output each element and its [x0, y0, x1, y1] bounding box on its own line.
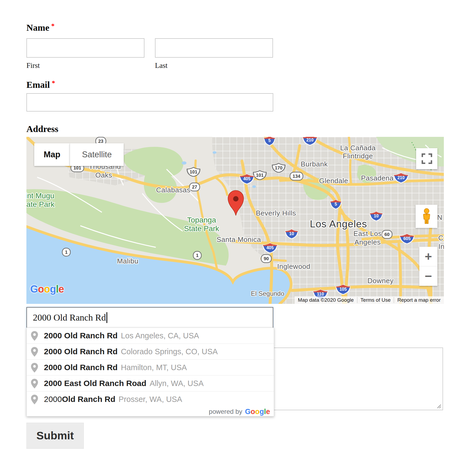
place-pin-icon [31, 331, 38, 341]
svg-text:1: 1 [196, 253, 198, 258]
last-name-input[interactable] [155, 38, 273, 58]
svg-text:State Park: State Park [184, 224, 220, 233]
svg-text:170: 170 [275, 165, 282, 171]
svg-text:5: 5 [268, 138, 271, 143]
address-input-value: 2000 Old Ranch Rd [33, 312, 106, 323]
pegman-control[interactable] [416, 205, 437, 228]
svg-text:60: 60 [385, 232, 390, 237]
svg-text:ate Park: ate Park [26, 200, 55, 209]
svg-text:101: 101 [190, 169, 197, 175]
place-pin-icon [31, 363, 38, 373]
place-pin-icon [31, 395, 38, 404]
comments-textarea[interactable] [272, 348, 443, 410]
required-asterisk: * [51, 22, 55, 30]
google-maps-logo[interactable]: Google [30, 283, 64, 295]
google-logo: Google [245, 408, 270, 416]
email-label: Email* [26, 80, 55, 90]
name-label: Name* [26, 23, 54, 33]
svg-text:105: 105 [340, 287, 347, 291]
svg-text:N: N [437, 213, 442, 221]
powered-by-google: powered by Google [27, 407, 274, 416]
place-pin-icon [31, 379, 38, 388]
svg-text:134: 134 [293, 174, 300, 179]
autocomplete-suggestion[interactable]: 2000 Old Ranch RdProsser, WA, USA [27, 391, 274, 407]
svg-text:605: 605 [403, 236, 411, 241]
map-data-text: Map data ©2020 Google [295, 297, 357, 303]
svg-text:405: 405 [243, 176, 251, 181]
autocomplete-suggestion[interactable]: 2000 East Old Ranch RoadAllyn, WA, USA [27, 375, 274, 391]
first-name-sublabel: First [26, 61, 40, 70]
zoom-control: + − [419, 247, 437, 286]
address-label: Address [26, 124, 58, 134]
map-type-button-map[interactable]: Map [34, 143, 70, 166]
svg-text:10: 10 [289, 231, 294, 236]
svg-text:Malibu: Malibu [117, 257, 139, 265]
svg-text:East Los: East Los [353, 230, 382, 238]
autocomplete-suggestion[interactable]: 2000 Old Ranch RdColorado Springs, CO, U… [27, 343, 274, 359]
svg-text:405: 405 [267, 245, 274, 250]
last-name-sublabel: Last [155, 61, 168, 70]
svg-text:Burbank: Burbank [301, 160, 328, 168]
zoom-in-button[interactable]: + [419, 247, 437, 266]
map-type-button-satellite[interactable]: Satellite [70, 143, 124, 166]
svg-text:27: 27 [192, 185, 197, 190]
map-lake [252, 185, 256, 188]
svg-text:In: In [438, 242, 444, 251]
svg-text:101: 101 [256, 173, 264, 178]
map-lake [213, 151, 216, 154]
svg-text:Inglewood: Inglewood [277, 262, 310, 270]
autocomplete-dropdown: 2000 Old Ranch RdLos Angeles, CA, USA 20… [26, 328, 274, 416]
svg-text:Calabasas: Calabasas [156, 186, 190, 194]
svg-text:Beverly Hills: Beverly Hills [256, 209, 296, 217]
svg-text:Flintridge: Flintridge [343, 152, 373, 160]
zoom-out-button[interactable]: − [419, 266, 437, 286]
svg-text:10: 10 [374, 214, 379, 218]
fullscreen-button[interactable] [416, 148, 437, 169]
pegman-icon [420, 208, 433, 225]
svg-text:110: 110 [317, 292, 324, 296]
map-attribution: Map data ©2020 Google Terms of Use Repor… [295, 296, 444, 304]
svg-text:Pasadena: Pasadena [361, 174, 393, 182]
svg-text:210: 210 [398, 175, 405, 180]
svg-text:Angeles: Angeles [354, 238, 381, 246]
svg-text:90: 90 [264, 256, 269, 261]
fullscreen-icon [421, 152, 433, 165]
svg-text:La Cañada: La Cañada [340, 144, 376, 152]
svg-text:Topanga: Topanga [187, 216, 216, 224]
contact-form-page: Name* First Last Email* Address [0, 0, 470, 476]
place-pin-icon [31, 347, 38, 357]
svg-text:Oaks: Oaks [95, 171, 112, 179]
resize-handle-icon[interactable] [436, 404, 442, 409]
required-asterisk: * [52, 79, 55, 87]
email-input[interactable] [26, 93, 273, 112]
svg-text:Glendale: Glendale [319, 177, 348, 185]
report-map-error-link[interactable]: Report a map error [394, 297, 444, 303]
map-lake [182, 161, 186, 165]
svg-text:C: C [438, 234, 443, 242]
svg-text:Santa Monica: Santa Monica [217, 235, 261, 244]
terms-of-use-link[interactable]: Terms of Use [357, 297, 394, 303]
svg-text:Downey: Downey [368, 277, 394, 285]
autocomplete-suggestion[interactable]: 2000 Old Ranch RdHamilton, MT, USA [27, 359, 274, 375]
svg-text:101: 101 [74, 165, 81, 171]
svg-text:El Segundo: El Segundo [251, 290, 284, 297]
svg-text:1: 1 [65, 250, 67, 255]
svg-text:Los Angeles: Los Angeles [310, 218, 367, 230]
google-map[interactable]: 23 101 101 27 101 405 170 134 5 210 5 21… [26, 137, 444, 304]
svg-text:5: 5 [335, 202, 337, 206]
submit-button[interactable]: Submit [26, 423, 84, 449]
svg-text:int Mugu: int Mugu [26, 192, 54, 200]
first-name-input[interactable] [26, 38, 144, 58]
text-cursor [106, 312, 107, 323]
svg-text:210: 210 [306, 138, 314, 142]
address-input[interactable]: 2000 Old Ranch Rd [26, 307, 273, 328]
autocomplete-suggestion[interactable]: 2000 Old Ranch RdLos Angeles, CA, USA [27, 328, 274, 343]
